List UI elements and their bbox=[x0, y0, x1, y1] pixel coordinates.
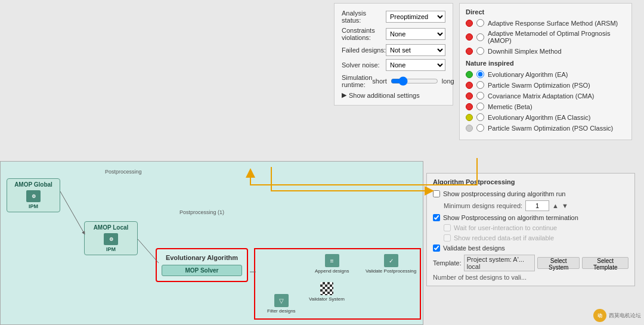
show-settings-label: Show additional settings bbox=[349, 92, 420, 99]
direct-title: Direct bbox=[466, 8, 626, 16]
algo-pso-classic[interactable]: Particle Swarm Optimization (PSO Classic… bbox=[466, 124, 626, 132]
pso-classic-label: Particle Swarm Optimization (PSO Classic… bbox=[488, 125, 613, 132]
num-best-designs-label: Number of best designs to vali... bbox=[433, 274, 527, 281]
algo-memetic[interactable]: Memetic (Beta) bbox=[466, 103, 626, 110]
right-flow-area: ≡ Append designs ✓ Validate Postprocessi… bbox=[254, 248, 421, 320]
cma-radio[interactable] bbox=[476, 92, 484, 100]
append-label: Append designs bbox=[315, 268, 349, 274]
amop-local-node[interactable]: AMOP Local ⚙ IPM bbox=[84, 221, 138, 255]
ea-classic-radio[interactable] bbox=[476, 113, 484, 121]
short-label: short bbox=[372, 78, 386, 85]
validate-pp-group: ✓ Validate Postprocessing bbox=[366, 254, 416, 274]
algo-ea-classic[interactable]: Evolutionary Algorithm (EA Classic) bbox=[466, 113, 626, 121]
arsm-radio[interactable] bbox=[476, 19, 484, 27]
ea-node[interactable]: Evolutionary Algorithm MOP Solver bbox=[156, 248, 248, 282]
pso-classic-radio[interactable] bbox=[476, 124, 484, 132]
ea-radio[interactable] bbox=[476, 70, 484, 78]
algo-cma[interactable]: Covariance Matrix Adaptation (CMA) bbox=[466, 92, 626, 100]
minimum-designs-input[interactable] bbox=[525, 200, 549, 211]
show-pp-termination-checkbox[interactable] bbox=[433, 214, 440, 221]
analysis-settings-panel: Analysis status: Preoptimized Optimized … bbox=[334, 3, 453, 106]
select-template-button[interactable]: Select Template bbox=[582, 257, 628, 269]
filter-label: Filter designs bbox=[267, 308, 296, 314]
downhill-radio[interactable] bbox=[476, 47, 484, 55]
filter-icon: ▽ bbox=[274, 294, 289, 307]
stepper-down[interactable]: ▼ bbox=[562, 202, 568, 209]
pso-label: Particle Swarm Optimization (PSO) bbox=[488, 82, 590, 89]
long-label: long bbox=[442, 78, 454, 85]
amop-label: Adaptive Metamodel of Optimal Prognosis … bbox=[488, 30, 626, 44]
memetic-label: Memetic (Beta) bbox=[488, 103, 532, 110]
pso-radio[interactable] bbox=[476, 81, 484, 89]
watermark-text: 西莫电机论坛 bbox=[609, 312, 641, 320]
failed-designs-label: Failed designs: bbox=[342, 47, 386, 54]
validate-pp-icon: ✓ bbox=[384, 254, 398, 267]
validate-best-checkbox[interactable] bbox=[433, 244, 440, 252]
amop-global-icon: ⚙ bbox=[26, 190, 41, 202]
select-system-button[interactable]: Select System bbox=[537, 257, 580, 269]
analysis-status-label: Analysis status: bbox=[342, 10, 386, 24]
show-pp-termination-row[interactable]: Show Postprocessing on algorithm termina… bbox=[433, 214, 628, 221]
cma-label: Covariance Matrix Adaptation (CMA) bbox=[488, 92, 595, 100]
validate-best-label: Validate best designs bbox=[443, 244, 505, 252]
ea-classic-label: Evolutionary Algorithm (EA Classic) bbox=[488, 114, 590, 121]
memetic-dot bbox=[466, 103, 473, 110]
validator-system-group: Validator System bbox=[309, 282, 345, 302]
template-row: Template: Project system: A'... local Se… bbox=[433, 255, 628, 271]
arsm-label: Adaptive Response Surface Method (ARSM) bbox=[488, 20, 618, 27]
show-postprocessing-checkbox[interactable] bbox=[433, 190, 440, 197]
pp-label-2: Postprocessing (1) bbox=[179, 209, 224, 215]
simulation-runtime-label: Simulation runtime: bbox=[342, 74, 372, 88]
constraints-violations-row: Constraints violations: None bbox=[342, 27, 445, 41]
show-reduced-label: Show reduced data-set if available bbox=[454, 234, 554, 242]
algo-ea[interactable]: Evolutionary Algorithm (EA) bbox=[466, 70, 626, 78]
minimum-designs-label: Minimum designs required: bbox=[444, 202, 522, 209]
solver-noise-label: Solver noise: bbox=[342, 61, 386, 69]
template-label: Template: bbox=[433, 259, 462, 267]
pp-label-1: Postprocessing bbox=[105, 169, 142, 175]
ipm-label-global: IPM bbox=[12, 203, 55, 209]
algo-downhill[interactable]: Downhill Simplex Method bbox=[466, 47, 626, 55]
constraints-select[interactable]: None bbox=[386, 28, 445, 40]
amop-local-label: AMOP Local bbox=[94, 224, 129, 231]
algo-arsm[interactable]: Adaptive Response Surface Method (ARSM) bbox=[466, 19, 626, 27]
filter-designs-group: ▽ Filter designs bbox=[267, 294, 296, 314]
validate-pp-label: Validate Postprocessing bbox=[366, 268, 416, 274]
checkered-icon bbox=[320, 282, 333, 295]
amop-global-label: AMOP Global bbox=[14, 181, 52, 188]
template-value: Project system: A'... local bbox=[464, 255, 535, 271]
amop-global-node[interactable]: AMOP Global ⚙ IPM bbox=[7, 178, 60, 212]
simulation-runtime-row: Simulation runtime: short long bbox=[342, 74, 445, 88]
solver-noise-select[interactable]: None bbox=[386, 59, 445, 71]
failed-designs-select[interactable]: Not set bbox=[386, 44, 445, 56]
show-postprocessing-label: Show postprocessing during algorithm run bbox=[443, 190, 565, 197]
amop-local-icon: ⚙ bbox=[104, 233, 118, 245]
ea-classic-dot bbox=[466, 114, 473, 121]
wait-user-label: Wait for user-interaction to continue bbox=[454, 224, 557, 231]
validator-system-label: Validator System bbox=[309, 296, 345, 302]
stepper-up[interactable]: ▲ bbox=[552, 202, 559, 209]
validate-best-designs-row[interactable]: Validate best designs bbox=[433, 244, 628, 252]
mop-solver-box: MOP Solver bbox=[162, 265, 242, 276]
amop-radio[interactable] bbox=[476, 33, 484, 41]
show-reduced-checkbox bbox=[444, 234, 451, 242]
nature-title: Nature inspired bbox=[466, 60, 626, 67]
memetic-radio[interactable] bbox=[476, 103, 484, 110]
algo-pso[interactable]: Particle Swarm Optimization (PSO) bbox=[466, 81, 626, 89]
append-designs-group: ≡ Append designs bbox=[315, 254, 349, 274]
analysis-status-select[interactable]: Preoptimized Optimized bbox=[386, 11, 445, 23]
amop-dot bbox=[466, 33, 473, 41]
show-reduced-row: Show reduced data-set if available bbox=[444, 234, 628, 242]
algo-amop[interactable]: Adaptive Metamodel of Optimal Prognosis … bbox=[466, 30, 626, 44]
downhill-dot bbox=[466, 48, 473, 55]
wait-user-checkbox bbox=[444, 224, 451, 231]
panel-title: Algorithm Postprocessing bbox=[433, 178, 628, 185]
show-additional-settings[interactable]: ▶ Show additional settings bbox=[342, 91, 445, 99]
append-icon: ≡ bbox=[325, 254, 339, 267]
slider-container: short long bbox=[372, 77, 454, 85]
show-postprocessing-row[interactable]: Show postprocessing during algorithm run bbox=[433, 190, 628, 197]
ipm-label-local: IPM bbox=[89, 246, 132, 252]
pso-dot bbox=[466, 82, 473, 89]
algorithm-panel: Direct Adaptive Response Surface Method … bbox=[459, 3, 632, 140]
runtime-slider[interactable] bbox=[391, 77, 438, 85]
